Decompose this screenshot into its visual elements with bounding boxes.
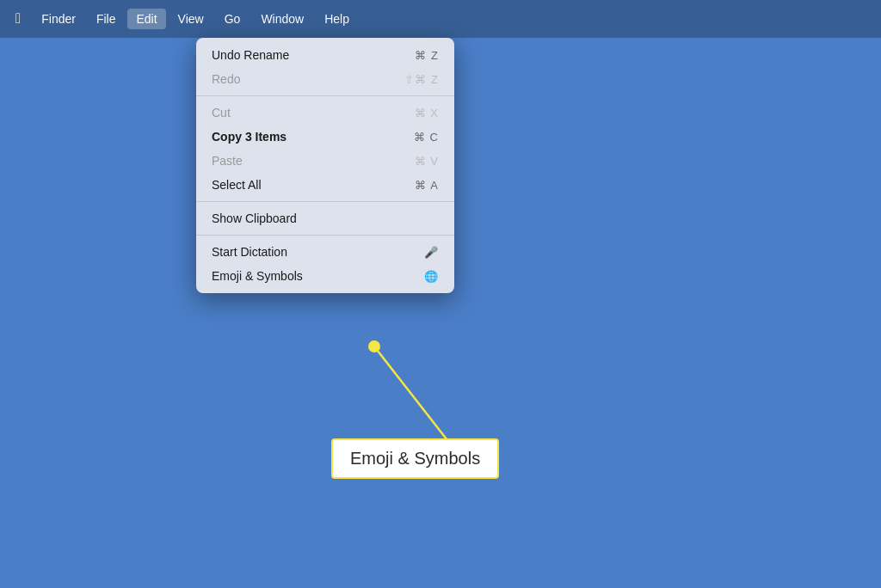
menu-item-redo-label: Redo xyxy=(212,72,240,86)
apple-menu[interactable]:  xyxy=(7,7,29,31)
separator-1 xyxy=(196,95,454,96)
menu-item-paste-shortcut: ⌘ V xyxy=(415,155,439,168)
separator-2 xyxy=(196,201,454,202)
menu-item-copy-label: Copy 3 Items xyxy=(212,130,286,144)
annotation-label: Emoji & Symbols xyxy=(331,438,499,479)
menubar-file[interactable]: File xyxy=(88,9,125,29)
menu-item-copy-shortcut: ⌘ C xyxy=(414,131,439,144)
menu-item-copy[interactable]: Copy 3 Items ⌘ C xyxy=(196,125,454,149)
menu-item-emoji-symbols[interactable]: Emoji & Symbols xyxy=(196,264,454,288)
menubar-finder[interactable]: Finder xyxy=(33,9,84,29)
menu-item-show-clipboard[interactable]: Show Clipboard xyxy=(196,206,454,230)
menu-item-cut[interactable]: Cut ⌘ X xyxy=(196,101,454,125)
svg-line-0 xyxy=(374,346,456,451)
menu-item-emoji-symbols-label: Emoji & Symbols xyxy=(212,269,303,283)
menu-item-paste-label: Paste xyxy=(212,154,243,168)
menubar-go[interactable]: Go xyxy=(216,9,250,29)
menubar-edit[interactable]: Edit xyxy=(127,9,165,29)
annotation-dot xyxy=(368,340,380,352)
menubar-help[interactable]: Help xyxy=(316,9,358,29)
menu-item-redo-shortcut: ⇧⌘ Z xyxy=(404,73,439,86)
menu-item-select-all-label: Select All xyxy=(212,178,262,192)
menu-item-cut-label: Cut xyxy=(212,106,231,119)
menu-item-show-clipboard-label: Show Clipboard xyxy=(212,211,297,225)
globe-icon xyxy=(424,270,439,283)
menu-item-redo[interactable]: Redo ⇧⌘ Z xyxy=(196,67,454,91)
menubar-window[interactable]: Window xyxy=(252,9,312,29)
menu-item-select-all-shortcut: ⌘ A xyxy=(415,179,439,192)
microphone-icon xyxy=(424,246,439,259)
menu-item-start-dictation[interactable]: Start Dictation xyxy=(196,240,454,264)
menubar:  Finder File Edit View Go Window Help xyxy=(0,0,881,38)
menu-item-paste[interactable]: Paste ⌘ V xyxy=(196,149,454,173)
menubar-view[interactable]: View xyxy=(169,9,213,29)
menu-item-start-dictation-label: Start Dictation xyxy=(212,245,287,259)
menu-item-cut-shortcut: ⌘ X xyxy=(415,107,439,119)
separator-3 xyxy=(196,235,454,236)
menu-item-undo-rename-shortcut: ⌘ Z xyxy=(415,49,439,62)
menu-item-undo-rename-label: Undo Rename xyxy=(212,48,289,62)
menu-item-select-all[interactable]: Select All ⌘ A xyxy=(196,173,454,197)
menu-item-undo-rename[interactable]: Undo Rename ⌘ Z xyxy=(196,43,454,67)
edit-menu-dropdown: Undo Rename ⌘ Z Redo ⇧⌘ Z Cut ⌘ X Copy 3… xyxy=(196,38,454,293)
